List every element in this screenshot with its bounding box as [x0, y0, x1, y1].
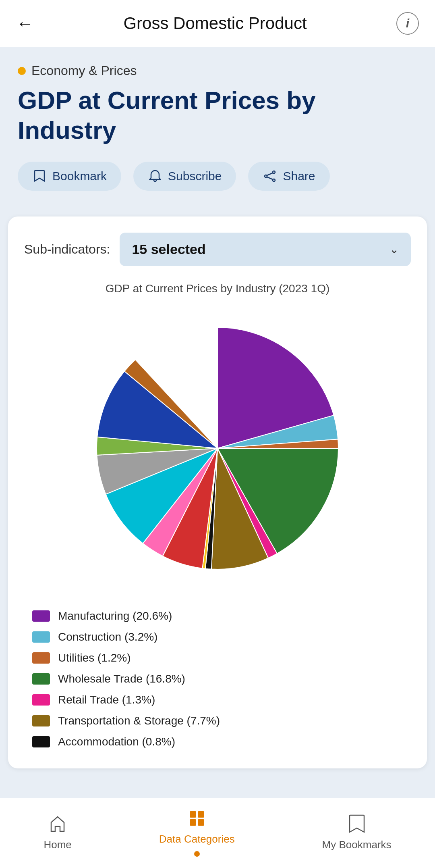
nav-data-categories-label: Data Categories — [159, 833, 235, 845]
category-dot — [18, 67, 26, 75]
pie-chart-container — [24, 307, 411, 589]
svg-rect-5 — [190, 811, 196, 818]
legend-label: Utilities (1.2%) — [58, 652, 130, 664]
legend-label: Accommodation (0.8%) — [58, 735, 175, 748]
share-icon — [263, 169, 277, 183]
sub-indicators-value: 15 selected — [132, 241, 205, 257]
subscribe-button[interactable]: Subscribe — [133, 162, 236, 191]
bookmark-icon — [32, 169, 47, 183]
sub-indicators-row: Sub-indicators: 15 selected ⌄ — [24, 233, 411, 266]
legend-color-swatch — [32, 694, 50, 706]
chevron-down-icon: ⌄ — [389, 243, 399, 256]
legend-item: Transportation & Storage (7.7%) — [32, 714, 403, 727]
legend-label: Transportation & Storage (7.7%) — [58, 714, 220, 727]
sub-indicators-label: Sub-indicators: — [24, 242, 110, 257]
bottom-nav: Home Data Categories My Bookmarks — [0, 798, 435, 868]
svg-point-0 — [273, 171, 275, 173]
legend-color-swatch — [32, 736, 50, 747]
legend-label: Construction (3.2%) — [58, 631, 157, 643]
category-label: Economy & Prices — [31, 63, 137, 78]
bookmark-button[interactable]: Bookmark — [18, 162, 121, 191]
back-button[interactable]: ← — [16, 13, 34, 33]
legend-item: Manufacturing (20.6%) — [32, 610, 403, 622]
action-buttons: Bookmark Subscribe Share — [18, 162, 417, 191]
sub-indicators-dropdown[interactable]: 15 selected ⌄ — [120, 233, 411, 266]
svg-line-4 — [267, 177, 273, 179]
svg-line-3 — [267, 173, 273, 175]
grid-icon — [186, 808, 207, 829]
legend-color-swatch — [32, 715, 50, 726]
header-title: Gross Domestic Product — [123, 14, 307, 33]
legend-item: Wholesale Trade (16.8%) — [32, 672, 403, 685]
category-badge: Economy & Prices — [18, 63, 417, 78]
svg-rect-8 — [198, 819, 204, 826]
svg-point-1 — [273, 179, 275, 181]
chart-title: GDP at Current Prices by Industry (2023 … — [24, 282, 411, 295]
legend-label: Retail Trade (1.3%) — [58, 693, 155, 706]
legend-item: Retail Trade (1.3%) — [32, 693, 403, 706]
legend-label: Wholesale Trade (16.8%) — [58, 672, 185, 685]
legend-item: Utilities (1.2%) — [32, 652, 403, 664]
pie-chart — [77, 307, 358, 589]
subscribe-label: Subscribe — [168, 169, 222, 183]
nav-data-categories[interactable]: Data Categories — [159, 808, 235, 857]
nav-bookmarks[interactable]: My Bookmarks — [322, 814, 392, 851]
page-title: GDP at Current Prices by Industry — [18, 85, 417, 146]
legend-color-swatch — [32, 631, 50, 643]
main-card: Sub-indicators: 15 selected ⌄ GDP at Cur… — [8, 216, 427, 768]
svg-rect-7 — [190, 819, 196, 826]
bell-icon — [148, 169, 162, 183]
svg-rect-6 — [198, 811, 204, 818]
legend-color-swatch — [32, 652, 50, 664]
nav-home-label: Home — [44, 839, 71, 851]
nav-bookmarks-label: My Bookmarks — [322, 839, 392, 851]
legend-color-swatch — [32, 610, 50, 622]
bookmarks-icon — [346, 814, 367, 835]
share-label: Share — [283, 169, 315, 183]
nav-active-indicator — [194, 851, 200, 857]
home-icon — [47, 814, 68, 835]
legend: Manufacturing (20.6%)Construction (3.2%)… — [24, 610, 411, 748]
legend-color-swatch — [32, 673, 50, 685]
header: ← Gross Domestic Product i — [0, 0, 435, 47]
bookmark-label: Bookmark — [52, 169, 107, 183]
share-button[interactable]: Share — [248, 162, 329, 191]
nav-home[interactable]: Home — [44, 814, 71, 851]
legend-label: Manufacturing (20.6%) — [58, 610, 172, 622]
info-button[interactable]: i — [396, 12, 419, 35]
category-section: Economy & Prices GDP at Current Prices b… — [0, 47, 435, 207]
legend-item: Construction (3.2%) — [32, 631, 403, 643]
legend-item: Accommodation (0.8%) — [32, 735, 403, 748]
svg-point-2 — [265, 175, 267, 177]
